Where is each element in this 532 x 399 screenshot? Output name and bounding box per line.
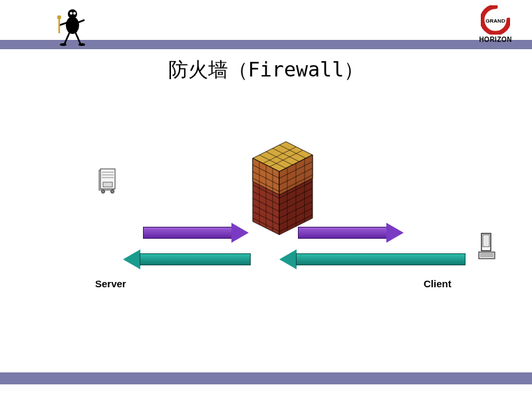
svg-point-3 [73, 12, 76, 15]
svg-rect-22 [479, 252, 495, 259]
svg-point-2 [70, 12, 72, 15]
svg-point-19 [111, 190, 114, 194]
client-label: Client [424, 278, 452, 289]
svg-rect-17 [103, 182, 112, 187]
brand-logo: GRAND HORIZON [479, 5, 512, 43]
svg-point-7 [78, 43, 85, 46]
arrow-response-right [279, 249, 466, 269]
svg-point-18 [102, 190, 105, 194]
svg-point-1 [68, 9, 77, 19]
svg-line-9 [78, 20, 84, 23]
svg-rect-21 [483, 235, 489, 247]
svg-line-4 [65, 32, 70, 44]
arrow-request-left [143, 223, 249, 243]
mascot-icon [50, 5, 90, 45]
svg-point-11 [57, 15, 61, 19]
logo-bottom-text: HORIZON [479, 36, 512, 43]
svg-point-0 [66, 17, 79, 34]
svg-point-6 [60, 43, 66, 46]
svg-line-5 [75, 32, 80, 44]
slide-title: 防火墙（Firewall） [0, 57, 532, 84]
arrow-response-left [123, 249, 251, 269]
arrow-request-right [298, 223, 404, 243]
logo-inner-text: GRAND [486, 18, 506, 24]
bottom-bar [0, 372, 532, 384]
client-icon [477, 232, 497, 264]
server-icon [96, 168, 120, 198]
server-label: Server [95, 278, 126, 289]
